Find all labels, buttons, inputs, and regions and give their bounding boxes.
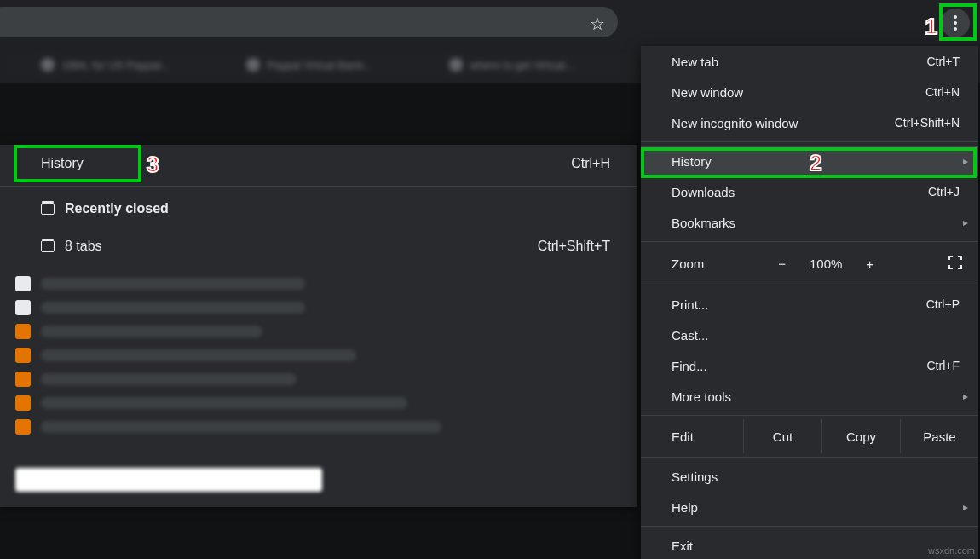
menu-item-cast[interactable]: Cast... (641, 320, 978, 350)
menu-item-incognito[interactable]: New incognito windowCtrl+Shift+N (641, 107, 978, 138)
zoom-in-button[interactable]: + (866, 256, 873, 271)
menu-item-new-tab[interactable]: New tabCtrl+T (641, 46, 978, 77)
copy-button[interactable]: Copy (821, 419, 900, 453)
menu-item-more-tools[interactable]: More tools (641, 381, 978, 412)
window-icon (41, 240, 55, 252)
zoom-row: Zoom − 100% + (641, 245, 978, 281)
menu-item-settings[interactable]: Settings (641, 461, 978, 492)
menu-item-reopen-tabs[interactable]: 8 tabs Ctrl+Shift+T (0, 228, 637, 265)
menu-item-new-window[interactable]: New windowCtrl+N (641, 77, 978, 107)
blurred-content (15, 468, 322, 492)
recently-closed-header: Recently closed (0, 190, 637, 228)
chrome-menu-button[interactable] (941, 9, 970, 37)
edit-label: Edit (641, 429, 743, 444)
favicon-icon (41, 58, 55, 72)
separator (0, 186, 637, 187)
zoom-label: Zoom (672, 256, 704, 271)
separator (641, 526, 978, 527)
browser-toolbar: ☆ (0, 0, 980, 47)
chrome-main-menu: New tabCtrl+T New windowCtrl+N New incog… (641, 46, 978, 559)
cut-button[interactable]: Cut (743, 419, 821, 453)
separator (641, 457, 978, 458)
bookmark-item[interactable]: 1984, for US Paypal... (41, 58, 170, 72)
separator (641, 285, 978, 285)
annotation-badge-1: 1 (925, 14, 937, 40)
separator (641, 241, 978, 242)
zoom-out-button[interactable]: − (778, 256, 786, 271)
omnibox[interactable] (0, 7, 618, 37)
bookmark-item[interactable]: Paypal Virtual Bank... (246, 58, 372, 72)
fullscreen-icon[interactable] (948, 255, 963, 273)
shortcut-text: Ctrl+H (571, 156, 610, 171)
star-icon[interactable]: ☆ (590, 14, 605, 34)
edit-row: Edit Cut Copy Paste (641, 419, 978, 453)
zoom-value: 100% (810, 256, 842, 271)
paste-button[interactable]: Paste (900, 419, 978, 453)
vertical-dots-icon (954, 15, 957, 31)
menu-item-bookmarks[interactable]: Bookmarks (641, 207, 978, 238)
bookmark-item[interactable]: where to get Virtual... (449, 58, 574, 72)
annotation-badge-3: 3 (147, 152, 159, 178)
favicon-icon (449, 58, 463, 72)
menu-item-history[interactable]: History Ctrl+H (0, 145, 637, 182)
separator (641, 415, 978, 416)
history-submenu: History Ctrl+H Recently closed 8 tabs Ct… (0, 145, 637, 507)
annotation-badge-2: 2 (810, 150, 821, 176)
favicon-icon (246, 58, 260, 72)
watermark: wsxdn.com (928, 545, 975, 556)
menu-item-find[interactable]: Find...Ctrl+F (641, 350, 978, 381)
history-entries-blurred (0, 265, 637, 456)
menu-item-help[interactable]: Help (641, 492, 978, 522)
menu-item-downloads[interactable]: DownloadsCtrl+J (641, 176, 978, 207)
menu-item-print[interactable]: Print...Ctrl+P (641, 289, 978, 320)
separator (641, 141, 978, 142)
shortcut-text: Ctrl+Shift+T (538, 239, 610, 254)
window-icon (41, 203, 55, 215)
menu-label: History (41, 156, 84, 171)
